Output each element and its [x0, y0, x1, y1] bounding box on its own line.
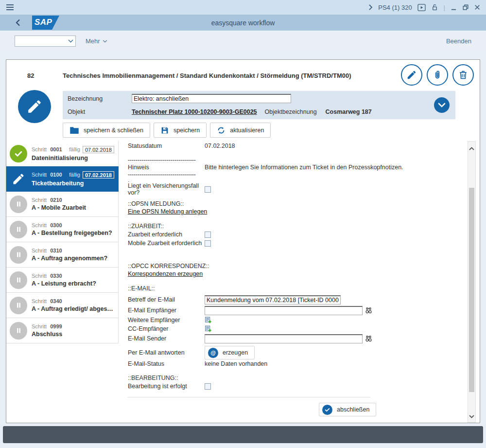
bezeichnung-input[interactable] [132, 94, 291, 103]
empfaenger-value-help-button[interactable] [365, 307, 372, 314]
step-pending-icon [10, 271, 27, 289]
chevron-down-icon [103, 40, 107, 43]
statusdatum-value: 07.02.2018 [205, 143, 235, 149]
titlebar-separator: | [444, 4, 445, 11]
floppy-disk-icon [160, 126, 169, 135]
email-status-value: keine Daten vorhanden [205, 360, 267, 367]
workflow-step-0210[interactable]: Schritt0210 A - Mobile Zuarbeit [6, 192, 119, 217]
cc-empfaenger-add-button[interactable] [205, 325, 212, 333]
chevron-down-icon [438, 103, 446, 108]
attachment-button[interactable] [427, 64, 448, 86]
delete-button[interactable] [452, 64, 474, 86]
bearbeitung-section-header: ::BEARBEITUNG:: [128, 374, 469, 382]
opsn-anlegen-link[interactable]: Eine OPSN Meldung anlegen [128, 208, 207, 215]
save-button[interactable]: speichern [154, 123, 207, 138]
betreff-input[interactable] [205, 295, 341, 305]
abschliessen-button[interactable]: abschließen [319, 403, 376, 416]
email-status-label: E-Mail-Status [128, 360, 205, 367]
zuarbeit-section-header: ::ZUARBEIT:: [128, 222, 469, 230]
workflow-step-0001[interactable]: Schritt 0001 fällig07.02.2018 Dateniniti… [6, 141, 119, 166]
workflow-step-0330[interactable]: Schritt0330 A - Leistung erbracht? [6, 268, 119, 293]
scroll-up-button[interactable] [468, 144, 475, 152]
close-button[interactable] [474, 4, 480, 10]
command-combobox[interactable] [15, 36, 76, 47]
at-sign-icon: @ [208, 348, 218, 358]
workflow-step-0310[interactable]: Schritt0310 A - Auftrag angenommen? [6, 242, 119, 268]
action-buttons: speichern & schließen speichern aktualis… [63, 123, 271, 138]
objektbezeichnung-value: Cosmarweg 187 [326, 108, 372, 115]
cc-empfaenger-label: CC-Empfänger [128, 325, 205, 332]
binoculars-icon [365, 307, 372, 314]
refresh-button[interactable]: aktualisieren [210, 123, 271, 138]
bezeichnung-label: Bezeichnung [68, 95, 132, 102]
workflow-step-0300[interactable]: Schritt0300 A - Bestellung freigegeben? [6, 217, 119, 242]
erzeugen-button[interactable]: @ erzeugen [205, 346, 255, 359]
workflow-step-0340[interactable]: Schritt0340 A - Auftrag erledigt/ abgesc… [6, 293, 119, 318]
status-bar [3, 426, 483, 443]
email-section-header: ::E-MAIL:: [128, 285, 469, 292]
workflow-step-0999[interactable]: Schritt0999 Abschluss [6, 318, 119, 343]
save-close-button[interactable]: speichern & schließen [63, 123, 150, 138]
versicherungsfall-label: Liegt ein Versicherungsfall vor? [128, 182, 205, 196]
gui-scripting-icon[interactable] [417, 4, 426, 11]
opsn-section-header: ::OPSN MELDUNG:: [128, 200, 469, 208]
expand-header-button[interactable] [434, 97, 450, 113]
scrollbar-thumb[interactable] [469, 188, 474, 392]
bearbeitung-checkbox[interactable] [205, 383, 211, 390]
system-info: PS4 (1) 320 [378, 4, 412, 11]
zuarbeit-checkbox[interactable] [205, 232, 211, 238]
minimize-button[interactable] [451, 4, 457, 11]
chevron-right-icon[interactable] [368, 4, 373, 10]
due-date: 07.02.2018 [83, 171, 114, 179]
beenden-button[interactable]: Beenden [446, 37, 471, 45]
step-done-icon [10, 145, 27, 162]
workflow-step-list: Schritt 0001 fällig07.02.2018 Dateniniti… [6, 141, 119, 343]
check-icon [322, 405, 332, 415]
hinweis-label: Hinweis [128, 164, 205, 171]
form-header-panel: Bezeichnung Objekt Technischer Platz 100… [63, 91, 455, 119]
page-title: easysquare workflow [0, 19, 486, 27]
sender-input[interactable] [205, 334, 363, 343]
step-detail-panel: Statusdatum 07.02.2018 -----------------… [128, 142, 469, 416]
back-button[interactable] [16, 19, 20, 26]
objekt-link[interactable]: Technischer Platz 1000-10200-9003-GE0025 [132, 108, 257, 115]
menu-icon[interactable] [6, 4, 14, 11]
empfaenger-label: E-Mail Empfänger [128, 307, 205, 314]
korrespondenzen-link[interactable]: Korrespondenzen erzeugen [128, 270, 203, 278]
pen-icon [26, 98, 43, 115]
mehr-menu[interactable]: Mehr [86, 37, 107, 45]
step-pending-icon [10, 221, 27, 238]
restore-button[interactable] [462, 4, 469, 11]
hinweis-text: Bitte hinterlegen Sie Informationen zum … [205, 164, 403, 171]
step-pending-icon [10, 246, 27, 264]
objekt-label: Objekt [68, 108, 132, 115]
edit-button[interactable] [401, 64, 422, 86]
weitere-empfaenger-add-button[interactable] [205, 317, 212, 324]
add-recipient-icon [205, 317, 212, 324]
step-pending-icon [10, 196, 27, 213]
header-actions [401, 64, 474, 86]
sender-value-help-button[interactable] [365, 335, 372, 342]
app-header: SAP easysquare workflow [0, 15, 486, 31]
detail-scrollbar[interactable] [468, 141, 476, 423]
step-pending-icon [10, 322, 27, 340]
betreff-label: Betreff der E-Mail [128, 296, 205, 303]
add-recipient-icon [205, 325, 212, 333]
mobile-zuarbeit-checkbox[interactable] [205, 240, 211, 247]
folder-icon [69, 126, 79, 134]
mobile-zuarbeit-label: Mobile Zuarbeit erforderlich [128, 240, 205, 247]
process-status-icon [18, 90, 51, 123]
binoculars-icon [365, 335, 372, 342]
sap-logo: SAP [32, 16, 59, 30]
empfaenger-input[interactable] [205, 306, 363, 315]
antworten-label: Per E-Mail antworten [128, 349, 205, 356]
scroll-down-button[interactable] [468, 412, 475, 420]
ticket-title: Technisches Immobilienmanagement / Stand… [63, 72, 374, 79]
due-date: 07.02.2018 [83, 146, 114, 153]
statusdatum-label: Statusdatum [128, 143, 205, 149]
chevron-down-icon [68, 39, 73, 43]
unlock-icon[interactable] [431, 3, 438, 11]
workflow-step-0100[interactable]: Schritt 0100 fällig07.02.2018 Ticketbear… [6, 166, 119, 192]
versicherungsfall-checkbox[interactable] [205, 186, 211, 193]
step-active-icon [10, 170, 27, 188]
